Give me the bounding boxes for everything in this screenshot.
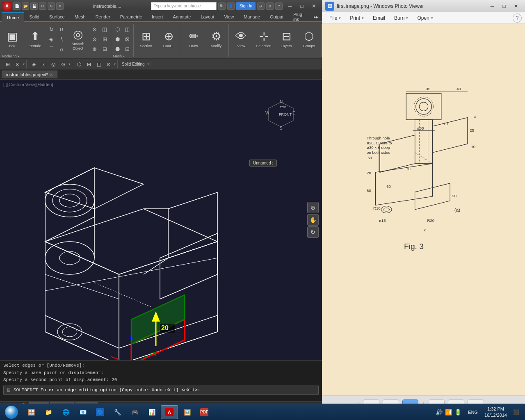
small-btn-6[interactable]: ⊙ — [59, 60, 68, 68]
tab-view[interactable]: View — [219, 12, 239, 21]
help-icon[interactable]: ? — [275, 2, 283, 10]
tool5[interactable]: ⊞ — [100, 34, 109, 43]
taskbar-app4[interactable]: 📊 — [144, 405, 160, 419]
dropdown-arrow-2[interactable]: ▾ — [68, 62, 70, 66]
intersect-button[interactable]: ∩ — [57, 44, 66, 53]
tray-icon-2[interactable]: 📶 — [445, 409, 452, 415]
clock[interactable]: 1:32 PM 16/12/2014 — [481, 406, 510, 418]
subtract-button[interactable]: ∖ — [57, 34, 66, 43]
loft-button[interactable]: ◈ — [47, 34, 56, 43]
tab-layout[interactable]: Layout — [196, 12, 219, 21]
start-button[interactable] — [2, 404, 21, 420]
tab-render[interactable]: Render — [91, 12, 115, 21]
help-button[interactable]: ? — [513, 14, 522, 23]
cad-viewport[interactable]: [-][Custom View][Hidden] FRONT TOP W E N… — [0, 80, 322, 360]
tab-surface[interactable]: Surface — [44, 12, 70, 21]
close-button[interactable]: ✕ — [308, 0, 320, 12]
union-button[interactable]: ∪ — [57, 25, 66, 34]
taskbar-autocad[interactable]: A — [161, 405, 178, 419]
tool1[interactable]: ⊙ — [90, 25, 99, 34]
taskbar-mail[interactable]: 📧 — [75, 405, 91, 419]
tray-icon-3[interactable]: 🔋 — [454, 409, 461, 415]
photo-close[interactable]: ✕ — [510, 0, 522, 12]
signin-button[interactable]: Sign In — [236, 2, 256, 10]
sweep-button[interactable]: ⌒ — [47, 44, 56, 53]
dropdown-arrow-4[interactable]: ▾ — [147, 62, 149, 66]
quick-access-new[interactable]: 📄 — [13, 2, 21, 10]
zoom-extents-button[interactable]: ⊕ — [307, 202, 319, 213]
menu-email[interactable]: Email — [369, 13, 389, 23]
user-icon[interactable]: 👤 — [227, 2, 235, 10]
smooth-object-button[interactable]: ◎ Smooth Object — [67, 25, 89, 53]
dropdown-arrow-1[interactable]: ▾ — [23, 62, 25, 66]
small-btn-7[interactable]: ⬡ — [75, 60, 84, 68]
layers-button[interactable]: ⊟ Layers — [276, 25, 297, 53]
mesh1[interactable]: ⬡ — [113, 25, 122, 34]
tab-mesh[interactable]: Mesh — [70, 12, 91, 21]
modify-button[interactable]: ⚙ Modify — [205, 25, 227, 53]
quick-access-open[interactable]: 📂 — [22, 2, 29, 10]
mesh3[interactable]: ⬣ — [113, 44, 122, 53]
taskbar-chrome[interactable]: 🌐 — [57, 405, 74, 419]
revolve-button[interactable]: ↻ — [47, 25, 56, 34]
tool6[interactable]: ⊟ — [100, 44, 109, 53]
tab-insert[interactable]: Insert — [147, 12, 168, 21]
quick-access-redo[interactable]: ↻ — [48, 2, 55, 10]
mesh4[interactable]: ◫ — [123, 25, 132, 34]
tab-output[interactable]: Output — [265, 12, 288, 21]
command-input-bar[interactable]: 🖥 SOLIDEDIT Enter an edge editing option… — [3, 386, 319, 395]
tool2[interactable]: ⊘ — [90, 34, 99, 43]
menu-file[interactable]: File ▾ — [325, 13, 345, 23]
quick-access-undo[interactable]: ↺ — [39, 2, 46, 10]
selection-button[interactable]: ⊹ Selection — [253, 25, 274, 53]
dropdown-arrow-3[interactable]: ▾ — [114, 62, 116, 66]
taskbar-app2[interactable]: 🔧 — [109, 405, 126, 419]
small-btn-8[interactable]: ⊟ — [84, 60, 94, 68]
small-btn-4[interactable]: ⊡ — [39, 60, 48, 68]
menu-print[interactable]: Print ▾ — [346, 13, 368, 23]
settings-icon[interactable]: ⚙ — [266, 2, 274, 10]
box-button[interactable]: ▣ Box — [2, 25, 23, 53]
taskbar-photos[interactable]: 🖼️ — [179, 405, 195, 419]
small-btn-1[interactable]: ⊞ — [3, 60, 12, 68]
draw-button[interactable]: ✏ Draw — [183, 25, 204, 53]
orbit-button[interactable]: ↻ — [307, 226, 319, 238]
pan-button[interactable]: ✋ — [307, 214, 319, 226]
menu-burn[interactable]: Burn ▾ — [390, 13, 412, 23]
doc-tab-project[interactable]: instructables project* ✕ — [2, 71, 57, 78]
small-btn-3[interactable]: ◈ — [29, 60, 38, 68]
taskbar-app3[interactable]: 🎮 — [126, 405, 143, 419]
search-box[interactable]: Type a keyword or phrase — [151, 2, 217, 10]
minimize-button[interactable]: ─ — [284, 0, 296, 12]
taskbar-explorer[interactable]: 🪟 — [23, 405, 39, 419]
taskbar-app1[interactable]: 🔵 — [92, 405, 108, 419]
small-btn-2[interactable]: ⊠ — [13, 60, 22, 68]
tab-annotate[interactable]: Annotate — [168, 12, 196, 21]
tray-icon-1[interactable]: 🔊 — [436, 409, 443, 415]
small-btn-5[interactable]: ◎ — [49, 60, 58, 68]
exchange-icon[interactable]: ⇄ — [257, 2, 265, 10]
photo-maximize[interactable]: □ — [498, 0, 510, 12]
tab-home[interactable]: Home — [2, 12, 24, 22]
mesh2[interactable]: ⬢ — [113, 34, 122, 43]
mesh5[interactable]: ⊠ — [123, 34, 132, 43]
tab-manage[interactable]: Manage — [239, 12, 265, 21]
small-btn-10[interactable]: ⊘ — [104, 60, 113, 68]
quick-access-more[interactable]: ▾ — [56, 2, 64, 10]
menu-open[interactable]: Open ▾ — [413, 13, 437, 23]
tool4[interactable]: ◫ — [100, 25, 109, 34]
tab-parametric[interactable]: Parametric — [115, 12, 147, 21]
small-btn-9[interactable]: ◫ — [94, 60, 103, 68]
tool3[interactable]: ⊛ — [90, 44, 99, 53]
mesh6[interactable]: ⊡ — [123, 44, 132, 53]
section-button[interactable]: ⊞ Section — [135, 25, 157, 53]
tab-more[interactable]: ▸▸ — [309, 12, 324, 21]
notifications-button[interactable]: ⬛ — [512, 408, 520, 416]
groups-button[interactable]: ⬡ Groups — [298, 25, 320, 53]
view-button[interactable]: 👁 View — [231, 25, 252, 53]
tab-solid[interactable]: Solid — [24, 12, 44, 21]
search-icon[interactable]: 🔍 — [218, 2, 226, 10]
coordinates-button[interactable]: ⊕ Coor... — [158, 25, 179, 53]
taskbar-folder[interactable]: 📁 — [40, 405, 57, 419]
doc-tab-close[interactable]: ✕ — [50, 73, 53, 77]
